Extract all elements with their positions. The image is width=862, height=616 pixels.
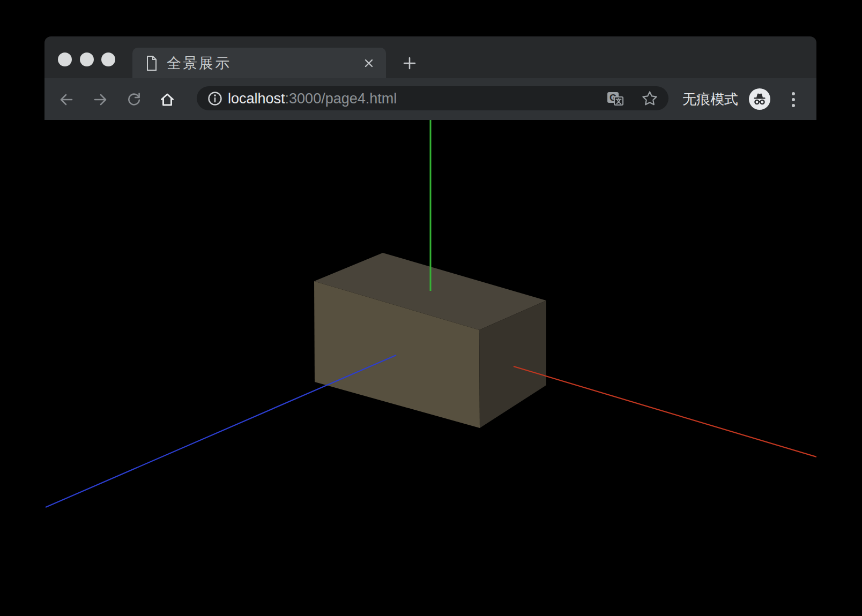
url-text: localhost:3000/page4.html: [228, 86, 397, 110]
back-button-arrow-left-icon[interactable]: [57, 91, 76, 109]
browser-menu-three-dots-icon[interactable]: [790, 91, 797, 109]
page-content: [44, 120, 816, 616]
forward-button-arrow-right-icon[interactable]: [91, 91, 109, 109]
tab-title: 全景展示: [167, 48, 231, 78]
home-button-house-icon[interactable]: [158, 91, 176, 109]
incognito-mode-label: 无痕模式: [682, 78, 738, 120]
tab-bar: 全景展示: [44, 36, 816, 78]
z-axis-blue-line: [46, 355, 396, 507]
translate-icon[interactable]: G: [605, 89, 625, 108]
window-zoom-button[interactable]: [101, 52, 115, 66]
new-tab-button-plus-icon[interactable]: [402, 55, 418, 71]
url-host: localhost: [228, 91, 285, 107]
reload-button-refresh-icon[interactable]: [125, 91, 143, 109]
navigation-bar: localhost:3000/page4.html G 无痕模式: [44, 78, 816, 120]
address-bar[interactable]: localhost:3000/page4.html G: [197, 86, 668, 110]
threejs-3d-viewport[interactable]: [44, 120, 816, 616]
bookmark-star-icon[interactable]: [640, 89, 659, 108]
url-path: :3000/page4.html: [285, 91, 397, 107]
browser-tab[interactable]: 全景展示: [132, 48, 386, 78]
incognito-badge-icon: [748, 88, 771, 110]
window-close-button[interactable]: [58, 52, 72, 66]
window-minimize-button[interactable]: [80, 52, 94, 66]
x-axis-red-line: [514, 366, 816, 457]
tab-close-icon[interactable]: [362, 56, 376, 70]
page-favicon-document-icon: [146, 55, 158, 71]
page-info-icon[interactable]: [207, 91, 223, 107]
browser-window: 全景展示: [44, 36, 816, 616]
